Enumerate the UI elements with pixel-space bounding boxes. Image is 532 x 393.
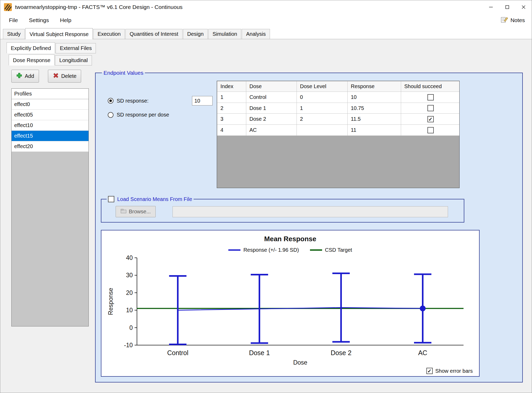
tab-study[interactable]: Study bbox=[3, 29, 25, 39]
title-bar: twoarmearlystopping-tmp - FACTS™ v6.1 Co… bbox=[0, 0, 532, 14]
tab-execution[interactable]: Execution bbox=[93, 29, 125, 39]
cell-dose[interactable]: AC bbox=[246, 125, 297, 136]
maximize-button[interactable] bbox=[499, 0, 515, 14]
list-item-profile-effect05[interactable]: effect05 bbox=[12, 110, 88, 120]
subsubtab-longitudinal[interactable]: Longitudinal bbox=[55, 55, 92, 66]
column-header-index: Index bbox=[217, 81, 246, 92]
profiles-list-header: Profiles bbox=[12, 89, 88, 99]
cell-dose-level[interactable]: 2 bbox=[297, 114, 348, 125]
tab-virtual-subject-response[interactable]: Virtual Subject Response bbox=[25, 28, 93, 39]
cell-index[interactable]: 1 bbox=[217, 92, 246, 103]
profiles-panel: Add Delete Profiles effect0effect05effec… bbox=[11, 70, 89, 326]
delete-button[interactable]: Delete bbox=[48, 70, 81, 83]
cell-response[interactable]: 10 bbox=[348, 92, 401, 103]
menu-help[interactable]: Help bbox=[55, 15, 77, 26]
legend-swatch bbox=[228, 249, 240, 251]
subtab-explicitly-defined[interactable]: Explicitly Defined bbox=[7, 42, 55, 53]
cell-dose-level[interactable] bbox=[297, 125, 348, 136]
cell-should-succeed bbox=[401, 114, 460, 125]
mean-response-chart: Mean Response Response (+/- 1.96 SD)CSD … bbox=[101, 230, 480, 377]
legend-item: Response (+/- 1.96 SD) bbox=[228, 247, 299, 253]
svg-text:Control: Control bbox=[167, 349, 189, 356]
column-header-dose-level: Dose Level bbox=[297, 81, 348, 92]
level2-tab-strip: Explicitly DefinedExternal Files bbox=[7, 41, 532, 53]
chart-title: Mean Response bbox=[101, 235, 479, 243]
cell-dose[interactable]: Dose 2 bbox=[246, 114, 297, 125]
chart-legend: Response (+/- 1.96 SD)CSD Target bbox=[101, 247, 479, 253]
endpoint-values-group: Endpoint Values SD response: SD response… bbox=[95, 70, 523, 382]
menu-bar: File Settings Help Notes bbox=[0, 14, 532, 27]
delete-button-label: Delete bbox=[61, 73, 77, 79]
svg-text:20: 20 bbox=[126, 289, 133, 296]
main-area: Add Delete Profiles effect0effect05effec… bbox=[4, 70, 532, 382]
profiles-rows: effect0effect05effect10effect15effect20 bbox=[12, 99, 88, 152]
sd-response-radio[interactable] bbox=[108, 98, 114, 104]
cell-response[interactable]: 10.75 bbox=[348, 103, 401, 114]
sd-response-label: SD response: bbox=[117, 98, 149, 104]
should-succeed-checkbox[interactable] bbox=[427, 105, 434, 111]
page-body: Explicitly DefinedExternal Files Dose Re… bbox=[0, 39, 532, 393]
load-scenario-row: Browse... bbox=[105, 206, 460, 217]
cell-dose[interactable]: Control bbox=[246, 92, 297, 103]
cell-response[interactable]: 11.5 bbox=[348, 114, 401, 125]
list-item-profile-effect15[interactable]: effect15 bbox=[12, 131, 88, 141]
list-item-profile-effect0[interactable]: effect0 bbox=[12, 99, 88, 110]
delete-x-icon bbox=[53, 72, 59, 80]
subsubtab-dose-response[interactable]: Dose Response bbox=[9, 54, 55, 66]
column-header-dose: Dose bbox=[246, 81, 297, 92]
tab-design[interactable]: Design bbox=[183, 29, 208, 39]
load-scenario-label: Load Scenario Means From File bbox=[117, 196, 192, 202]
notes-button[interactable]: Notes bbox=[497, 15, 529, 26]
add-button[interactable]: Add bbox=[11, 70, 39, 83]
cell-should-succeed bbox=[401, 125, 460, 136]
cell-dose-level[interactable]: 1 bbox=[297, 103, 348, 114]
profiles-toolbar: Add Delete bbox=[11, 70, 89, 83]
tab-analysis[interactable]: Analysis bbox=[242, 29, 270, 39]
cell-dose[interactable]: Dose 1 bbox=[246, 103, 297, 114]
column-header-should-succeed: Should succeed bbox=[401, 81, 460, 92]
load-scenario-legend: Load Scenario Means From File bbox=[107, 196, 194, 202]
should-succeed-checkbox[interactable] bbox=[427, 127, 434, 133]
column-header-response: Response bbox=[348, 81, 401, 92]
tab-quantities-of-interest[interactable]: Quantities of Interest bbox=[125, 29, 183, 39]
cell-index[interactable]: 2 bbox=[217, 103, 246, 114]
notes-label: Notes bbox=[510, 17, 525, 23]
endpoint-values-title: Endpoint Values bbox=[102, 70, 145, 76]
sd-response-row: SD response: bbox=[108, 96, 213, 105]
list-item-profile-effect10[interactable]: effect10 bbox=[12, 120, 88, 131]
sd-per-dose-row: SD response per dose bbox=[108, 112, 213, 118]
tab-simulation[interactable]: Simulation bbox=[208, 29, 241, 39]
show-error-bars-checkbox[interactable] bbox=[426, 368, 433, 374]
list-item-profile-effect20[interactable]: effect20 bbox=[12, 141, 88, 152]
should-succeed-checkbox[interactable] bbox=[427, 94, 434, 100]
window-controls bbox=[483, 0, 532, 14]
table-row: 4AC11 bbox=[217, 125, 460, 136]
svg-text:10: 10 bbox=[126, 307, 133, 314]
cell-should-succeed bbox=[401, 103, 460, 114]
cell-index[interactable]: 4 bbox=[217, 125, 246, 136]
svg-text:Response: Response bbox=[107, 288, 114, 315]
sd-response-input[interactable] bbox=[192, 96, 213, 105]
dose-table-header-row: IndexDoseDose LevelResponseShould succee… bbox=[217, 81, 460, 92]
svg-text:30: 30 bbox=[126, 272, 133, 279]
sd-per-dose-label: SD response per dose bbox=[117, 112, 169, 118]
browse-button-label: Browse... bbox=[129, 209, 151, 215]
subtab-external-files[interactable]: External Files bbox=[56, 43, 96, 53]
browse-button: Browse... bbox=[116, 206, 156, 217]
sd-per-dose-radio[interactable] bbox=[108, 112, 114, 118]
app-window: twoarmearlystopping-tmp - FACTS™ v6.1 Co… bbox=[0, 0, 532, 393]
cell-response[interactable]: 11 bbox=[348, 125, 401, 136]
svg-text:Dose 2: Dose 2 bbox=[331, 349, 351, 356]
legend-label: CSD Target bbox=[325, 247, 352, 253]
close-button[interactable] bbox=[515, 0, 532, 14]
table-row: 1Control010 bbox=[217, 92, 460, 103]
svg-text:Dose: Dose bbox=[293, 359, 307, 366]
cell-dose-level[interactable]: 0 bbox=[297, 92, 348, 103]
menu-settings[interactable]: Settings bbox=[23, 15, 55, 26]
should-succeed-checkbox[interactable] bbox=[427, 116, 434, 122]
minimize-button[interactable] bbox=[483, 0, 499, 14]
cell-index[interactable]: 3 bbox=[217, 114, 246, 125]
load-scenario-checkbox[interactable] bbox=[108, 196, 114, 202]
menu-file[interactable]: File bbox=[3, 15, 23, 26]
window-title: twoarmearlystopping-tmp - FACTS™ v6.1 Co… bbox=[15, 4, 183, 10]
